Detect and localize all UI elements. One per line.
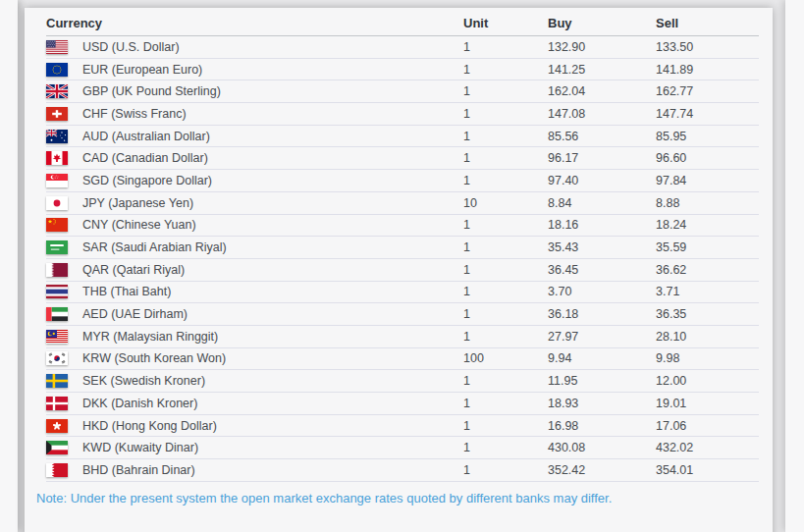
currency-cell: USD (U.S. Dollar): [46, 40, 463, 54]
unit-value: 1: [463, 218, 548, 232]
buy-value: 162.04: [548, 84, 656, 98]
exchange-rates-card: Currency Unit Buy Sell USD (U.S. Dollar)…: [25, 8, 773, 532]
sar-flag-icon: [46, 240, 68, 254]
currency-cell: QAR (Qatari Riyal): [46, 263, 463, 277]
currency-label: QAR (Qatari Riyal): [82, 263, 185, 277]
currency-cell: AUD (Australian Dollar): [46, 130, 463, 143]
currency-label: SEK (Swedish Kroner): [82, 374, 205, 388]
unit-value: 1: [463, 40, 548, 54]
unit-value: 1: [463, 330, 548, 344]
buy-value: 97.40: [548, 174, 656, 187]
buy-value: 147.08: [548, 107, 656, 121]
table-row: AED (UAE Dirham)136.1836.35: [46, 303, 759, 326]
sell-value: 8.88: [656, 196, 759, 210]
column-header-buy: Buy: [548, 16, 656, 30]
table-row: USD (U.S. Dollar)1132.90133.50: [46, 36, 759, 59]
currency-label: DKK (Danish Kroner): [82, 397, 197, 410]
unit-value: 1: [463, 63, 548, 77]
currency-cell: KWD (Kuwaity Dinar): [46, 441, 463, 454]
myr-flag-icon: [46, 330, 68, 344]
rates-table-body: USD (U.S. Dollar)1132.90133.50EUR (Europ…: [46, 36, 759, 482]
table-row: CNY (Chinese Yuan)118.1618.24: [46, 215, 759, 238]
sell-value: 35.59: [656, 240, 759, 254]
sek-flag-icon: [46, 374, 68, 388]
currency-label: EUR (European Euro): [82, 63, 202, 77]
currency-cell: AED (UAE Dirham): [46, 307, 463, 321]
buy-value: 132.90: [548, 40, 656, 54]
buy-value: 36.18: [548, 307, 656, 321]
sell-value: 17.06: [656, 419, 759, 433]
currency-label: SAR (Saudi Arabian Riyal): [82, 240, 227, 254]
unit-value: 1: [463, 285, 548, 298]
currency-label: KRW (South Korean Won): [82, 351, 226, 365]
sell-value: 18.24: [656, 218, 759, 232]
table-header-row: Currency Unit Buy Sell: [46, 8, 759, 36]
kwd-flag-icon: [46, 441, 68, 454]
currency-cell: CNY (Chinese Yuan): [46, 218, 463, 232]
right-page-strip: [785, 0, 804, 532]
currency-label: AED (UAE Dirham): [82, 307, 188, 321]
sell-value: 97.84: [656, 174, 759, 187]
aud-flag-icon: [46, 130, 68, 143]
unit-value: 1: [463, 174, 548, 187]
sell-value: 12.00: [656, 374, 759, 388]
currency-cell: SAR (Saudi Arabian Riyal): [46, 240, 463, 254]
table-row: CHF (Swiss Franc)1147.08147.74: [46, 103, 759, 126]
buy-value: 430.08: [548, 441, 656, 454]
buy-value: 96.17: [548, 151, 656, 165]
sell-value: 36.62: [656, 263, 759, 277]
cny-flag-icon: [46, 218, 68, 232]
currency-label: BHD (Bahrain Dinar): [82, 463, 195, 477]
table-row: CAD (Canadian Dollar)196.1796.60: [46, 147, 759, 170]
table-row: SAR (Saudi Arabian Riyal)135.4335.59: [46, 237, 759, 259]
gbp-flag-icon: [46, 84, 68, 98]
left-page-strip: [0, 0, 18, 532]
unit-value: 1: [463, 130, 548, 143]
sell-value: 141.89: [656, 63, 759, 77]
unit-value: 1: [463, 263, 548, 277]
buy-value: 27.97: [548, 330, 656, 344]
currency-label: CHF (Swiss Franc): [82, 107, 187, 121]
currency-cell: SEK (Swedish Kroner): [46, 374, 463, 388]
unit-value: 1: [463, 441, 548, 454]
currency-cell: CAD (Canadian Dollar): [46, 151, 463, 165]
table-row: QAR (Qatari Riyal)136.4536.62: [46, 259, 759, 282]
sell-value: 9.98: [656, 351, 759, 365]
buy-value: 16.98: [548, 419, 656, 433]
currency-label: CNY (Chinese Yuan): [82, 218, 196, 232]
unit-value: 1: [463, 151, 548, 165]
currency-label: MYR (Malaysian Ringgit): [82, 330, 218, 344]
buy-value: 36.45: [548, 263, 656, 277]
buy-value: 35.43: [548, 240, 656, 254]
table-row: KRW (South Korean Won)1009.949.98: [46, 348, 759, 371]
table-row: KWD (Kuwaity Dinar)1430.08432.02: [46, 437, 759, 459]
table-row: GBP (UK Pound Sterling)1162.04162.77: [46, 80, 759, 103]
sell-value: 162.77: [656, 84, 759, 98]
sell-value: 147.74: [656, 107, 759, 121]
currency-cell: KRW (South Korean Won): [46, 351, 463, 365]
table-row: EUR (European Euro)1141.25141.89: [46, 59, 759, 81]
disclaimer-note: Note: Under the present system the open …: [36, 491, 759, 505]
dkk-flag-icon: [46, 397, 68, 410]
unit-value: 1: [463, 240, 548, 254]
table-row: HKD (Hong Kong Dollar)116.9817.06: [46, 415, 759, 438]
buy-value: 352.42: [548, 463, 656, 477]
chf-flag-icon: [46, 107, 68, 121]
buy-value: 8.84: [548, 196, 656, 210]
currency-cell: DKK (Danish Kroner): [46, 397, 463, 410]
sell-value: 3.71: [656, 285, 759, 298]
currency-cell: JPY (Japanese Yen): [46, 196, 463, 210]
buy-value: 141.25: [548, 63, 656, 77]
table-row: SGD (Singapore Dollar)197.4097.84: [46, 170, 759, 192]
currency-cell: BHD (Bahrain Dinar): [46, 463, 463, 477]
currency-label: HKD (Hong Kong Dollar): [82, 419, 217, 433]
table-row: JPY (Japanese Yen)108.848.88: [46, 192, 759, 215]
sgd-flag-icon: [46, 174, 68, 187]
eur-flag-icon: [46, 63, 68, 77]
unit-value: 1: [463, 84, 548, 98]
exchange-rates-table: Currency Unit Buy Sell USD (U.S. Dollar)…: [46, 8, 759, 482]
currency-label: CAD (Canadian Dollar): [82, 151, 208, 165]
thb-flag-icon: [46, 285, 68, 298]
currency-cell: GBP (UK Pound Sterling): [46, 84, 463, 98]
table-row: MYR (Malaysian Ringgit)127.9728.10: [46, 326, 759, 348]
